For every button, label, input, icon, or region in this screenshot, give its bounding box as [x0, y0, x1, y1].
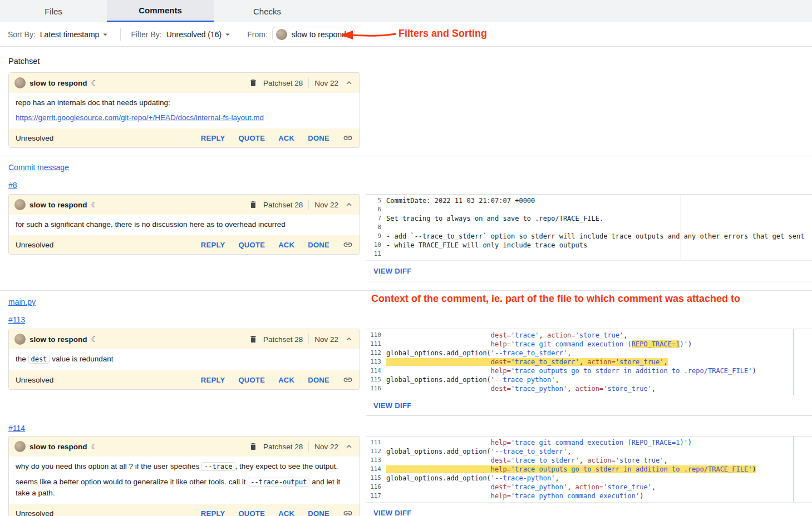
unresolved-label: Unresolved — [16, 509, 53, 516]
ack-button[interactable]: ACK — [278, 509, 294, 516]
filter-by-dropdown[interactable]: Unresolved (16) — [166, 29, 233, 39]
diff-context-commit-message: 5CommitDate: 2022-11-03 21:07:07 +000067… — [366, 194, 812, 281]
quote-button[interactable]: QUOTE — [238, 241, 265, 249]
from-author-chip[interactable]: slow to respond — [272, 27, 355, 42]
internal-fs-layout-link[interactable]: https://gerrit.googlesource.com/git-repo… — [16, 113, 264, 122]
sort-by-dropdown[interactable]: Latest timestamp — [40, 29, 111, 39]
chevron-down-icon — [223, 29, 233, 39]
filter-by-label: Filter By: — [131, 30, 161, 39]
tab-comments[interactable]: Comments — [107, 0, 214, 22]
tab-checks-label: Checks — [253, 7, 281, 16]
divider — [308, 334, 309, 344]
comment-author: slow to respond — [29, 335, 87, 344]
code-lines: 5CommitDate: 2022-11-03 21:07:07 +000067… — [366, 195, 812, 260]
comment-date: Nov 22 — [314, 201, 338, 209]
delete-comment-button[interactable] — [249, 78, 258, 87]
ack-button[interactable]: ACK — [278, 134, 294, 142]
comment-footer: Unresolved REPLY QUOTE ACK DONE — [9, 370, 360, 389]
ack-button[interactable]: ACK — [278, 376, 294, 384]
patchset-badge: Patchset 28 — [263, 79, 303, 87]
comment-author: slow to respond — [29, 79, 87, 87]
delete-comment-button[interactable] — [249, 335, 258, 344]
comment-text: the dest value is redundant — [16, 354, 353, 365]
view-diff-button[interactable]: VIEW DIFF — [373, 509, 411, 516]
quote-button[interactable]: QUOTE — [238, 376, 265, 384]
moon-status-icon: ☾ — [91, 335, 99, 344]
thread-anchor-8[interactable]: #8 — [8, 181, 17, 190]
inline-code-trace: --trace — [201, 462, 235, 471]
avatar — [14, 334, 26, 345]
moon-status-icon: ☾ — [91, 78, 99, 87]
comment-header[interactable]: slow to respond ☾ Patchset 28 Nov 22 — [9, 195, 360, 215]
sort-by-value: Latest timestamp — [40, 30, 100, 39]
done-button[interactable]: DONE — [308, 134, 329, 142]
code-lines: 111 help='trace git command execution (R… — [366, 436, 812, 502]
done-button[interactable]: DONE — [308, 509, 329, 516]
done-button[interactable]: DONE — [308, 241, 329, 249]
collapse-comment-button[interactable] — [344, 200, 354, 210]
tab-checks[interactable]: Checks — [214, 0, 321, 22]
comment-text-prefix: the — [16, 355, 26, 363]
delete-comment-button[interactable] — [249, 442, 258, 451]
tab-comments-label: Comments — [139, 6, 182, 15]
commit-message-link[interactable]: Commit message — [8, 163, 69, 172]
inline-code-dest: dest — [28, 355, 50, 364]
unresolved-label: Unresolved — [16, 241, 53, 249]
thread-anchor-113[interactable]: #113 — [8, 315, 25, 324]
copy-link-icon[interactable] — [343, 375, 353, 385]
view-diff-button[interactable]: VIEW DIFF — [373, 401, 411, 410]
moon-status-icon: ☾ — [91, 442, 99, 451]
view-diff-button[interactable]: VIEW DIFF — [373, 267, 411, 275]
ack-button[interactable]: ACK — [278, 241, 294, 249]
reply-button[interactable]: REPLY — [201, 134, 225, 142]
unresolved-label: Unresolved — [16, 376, 53, 384]
thread-anchor-114[interactable]: #114 — [8, 424, 25, 433]
comment-footer: Unresolved REPLY QUOTE ACK DONE — [9, 235, 360, 254]
diff-context-113: 110 dest='trace', action='store_true',11… — [366, 329, 812, 416]
collapse-comment-button[interactable] — [344, 334, 354, 344]
collapse-comment-button[interactable] — [344, 441, 354, 452]
comment-footer: Unresolved REPLY QUOTE ACK DONE — [9, 128, 360, 147]
inline-code-trace-output: --trace-output — [248, 478, 309, 487]
filters-toolbar: Sort By: Latest timestamp Filter By: Unr… — [0, 22, 812, 47]
reply-button[interactable]: REPLY — [201, 376, 225, 384]
reply-button[interactable]: REPLY — [201, 241, 225, 249]
thread-row-114: slow to respond ☾ Patchset 28 Nov 22 — [8, 436, 812, 516]
thread-row-113: slow to respond ☾ Patchset 28 Nov 22 — [8, 329, 812, 416]
collapse-comment-button[interactable] — [344, 78, 354, 88]
copy-link-icon[interactable] — [343, 240, 353, 250]
chevron-down-icon — [100, 29, 110, 39]
main-py-link[interactable]: main.py — [8, 297, 36, 306]
code-lines: 110 dest='trace', action='store_true',11… — [366, 329, 812, 395]
tab-files-label: Files — [45, 7, 62, 16]
copy-link-icon[interactable] — [343, 133, 353, 143]
tab-bar: Files Comments Checks — [0, 0, 812, 22]
patchset-section-label: Patchset — [8, 57, 812, 66]
comment-header[interactable]: slow to respond ☾ Patchset 28 Nov 22 — [9, 73, 360, 93]
comment-text-prefix: why do you need this option at all ? if … — [16, 462, 199, 470]
delete-comment-button[interactable] — [249, 200, 258, 209]
from-chip-label: slow to respond — [292, 30, 346, 39]
comment-body: for such a significant change, there is … — [9, 215, 360, 235]
reply-button[interactable]: REPLY — [201, 509, 225, 516]
comment-text: why do you need this option at all ? if … — [16, 461, 353, 472]
divider — [308, 441, 309, 452]
section-divider — [0, 290, 812, 291]
avatar — [14, 77, 26, 88]
tab-files[interactable]: Files — [0, 0, 107, 22]
comment-date: Nov 22 — [314, 79, 338, 87]
comment-header[interactable]: slow to respond ☾ Patchset 28 Nov 22 — [9, 436, 360, 457]
moon-status-icon: ☾ — [91, 200, 99, 209]
comment-header[interactable]: slow to respond ☾ Patchset 28 Nov 22 — [9, 329, 360, 349]
avatar — [276, 29, 287, 40]
avatar — [14, 441, 26, 452]
copy-link-icon[interactable] — [343, 508, 353, 516]
quote-button[interactable]: QUOTE — [238, 509, 265, 516]
done-button[interactable]: DONE — [308, 376, 329, 384]
comment-card-patchset: slow to respond ☾ Patchset 28 Nov 22 rep… — [8, 72, 360, 148]
divider — [308, 200, 309, 210]
quote-button[interactable]: QUOTE — [238, 134, 265, 142]
comment-text: repo has an internals doc that needs upd… — [16, 97, 353, 108]
comment-date: Nov 22 — [314, 443, 338, 451]
comment-author: slow to respond — [29, 201, 87, 209]
